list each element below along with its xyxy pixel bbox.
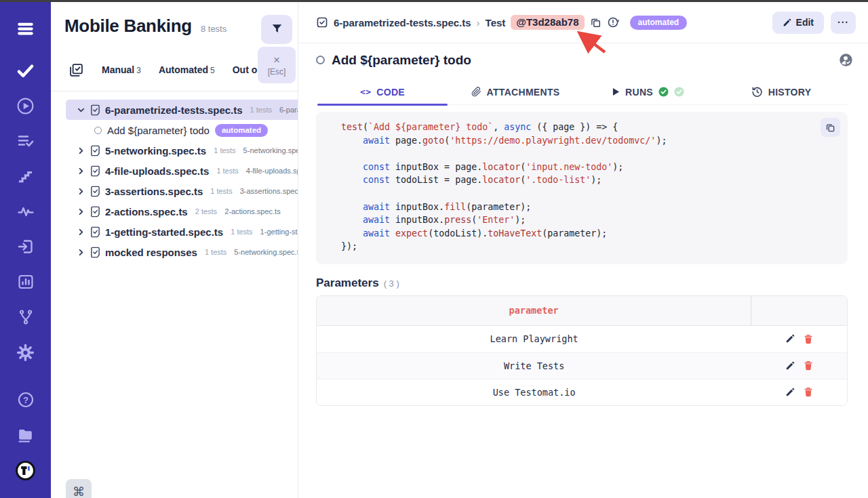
parameter-actions [751, 326, 847, 352]
edit-parameter-button[interactable] [785, 361, 795, 371]
spec-name: 3-assertions.spec.ts [105, 186, 203, 197]
tree-item-spec[interactable]: 4-file-uploads.spec.ts1 tests4-file-uplo… [51, 161, 298, 181]
run-pass-icon [658, 87, 669, 97]
testomat-logo[interactable] [15, 460, 36, 480]
chevron-right-icon[interactable] [77, 146, 85, 155]
run-pass-faded-icon [674, 87, 684, 97]
spec-name: 5-networking.spec.ts [105, 145, 206, 157]
funnel-icon [271, 22, 283, 37]
copy-code-button[interactable] [821, 118, 840, 137]
test-id-wrap: @T3d28ab78 [511, 15, 584, 30]
tab-runs[interactable]: RUNS [582, 79, 715, 104]
spec-file-icon [90, 145, 100, 157]
parameter-row: Write Tests [317, 352, 847, 379]
spec-file-path: 5-networking.spec.ts [243, 146, 298, 154]
filter-tab-automated[interactable]: Automated5 [159, 64, 215, 75]
chevron-right-icon[interactable] [77, 207, 85, 216]
select-all-icon[interactable] [68, 62, 84, 78]
tab-code[interactable]: <>CODE [316, 79, 449, 104]
spec-test-count: 1 tests [214, 146, 235, 154]
filter-button[interactable] [261, 15, 292, 44]
spec-tree: 6-parametrized-tests.spec.ts1 tests6-par… [51, 100, 298, 498]
spec-name: 1-getting-started.spec.ts [105, 226, 223, 238]
test-id-badge[interactable]: @T3d28ab78 [511, 15, 584, 30]
spec-file-path: 4-file-uploads.spec.ts [246, 167, 298, 175]
edit-parameter-button[interactable] [785, 388, 795, 397]
parameter-actions [751, 353, 847, 379]
automated-badge: automated [630, 16, 688, 30]
spec-name: 4-file-uploads.spec.ts [105, 165, 209, 177]
spec-file-icon [90, 165, 100, 177]
chevron-right-icon[interactable] [77, 228, 85, 236]
help-icon[interactable]: ? [15, 390, 36, 410]
parameter-column-header: parameter [509, 305, 559, 316]
tree-item-test[interactable]: Add ${parameter} todoautomated [51, 120, 298, 140]
chevron-right-icon[interactable] [77, 167, 85, 175]
close-icon[interactable]: × [273, 54, 280, 66]
nav-rail: ? [0, 2, 51, 498]
shortcut-button[interactable]: ⌘ [66, 479, 92, 498]
rail-main-icons [15, 18, 36, 377]
spec-file-path: 5-networking.spec.ts [234, 248, 298, 256]
tree-item-spec[interactable]: 1-getting-started.spec.ts1 tests1-gettin… [51, 222, 298, 242]
code-line: const inputBox = page.locator('input.new… [341, 161, 821, 174]
import-icon[interactable] [15, 236, 36, 257]
spec-file-path: 2-actions.spec.ts [224, 207, 281, 215]
steps-icon[interactable] [15, 166, 36, 186]
pulse-icon[interactable] [15, 201, 36, 222]
parameters-title: Parameters [316, 276, 379, 289]
spec-file-path: 3-assertions.spec.ts [240, 187, 298, 195]
delete-parameter-button[interactable] [804, 387, 813, 397]
tree-item-spec[interactable]: 2-actions.spec.ts2 tests2-actions.spec.t… [51, 201, 298, 222]
more-options-button[interactable]: ··· [831, 12, 856, 34]
tab-history[interactable]: HISTORY [715, 79, 848, 104]
analytics-icon[interactable] [15, 272, 36, 292]
test-plan-icon[interactable] [15, 131, 36, 151]
spec-test-count: 1 tests [205, 248, 226, 256]
chevron-down-icon[interactable] [77, 106, 85, 115]
filter-tab-out-o[interactable]: Out o [233, 64, 258, 75]
test-title: Add ${parameter} todo [332, 53, 471, 68]
chevron-right-icon[interactable] [77, 248, 85, 257]
filter-tab-list: Manual3Automated5Out o [102, 64, 257, 75]
spec-name: 2-actions.spec.ts [105, 206, 188, 217]
parameter-value: Learn Playwright [317, 326, 751, 352]
sync-status-icon[interactable] [607, 16, 619, 28]
branch-icon[interactable] [15, 307, 36, 327]
chevron-right-icon[interactable] [77, 187, 85, 196]
code-line: const todoList = page.locator('.todo-lis… [341, 173, 821, 187]
run-play-icon[interactable] [15, 96, 36, 116]
parameter-row: Learn Playwright [317, 326, 847, 352]
code-line: await inputBox.fill(parameter); [341, 201, 821, 214]
tree-item-spec[interactable]: 3-assertions.spec.ts1 tests3-assertions.… [51, 181, 298, 201]
parameter-row: Use Testomat.io [317, 379, 847, 405]
code-line: await inputBox.press('Enter'); [341, 213, 821, 227]
tree-item-spec[interactable]: mocked responses1 tests5-networking.spec… [51, 242, 298, 262]
test-header: 6-parametrized-tests.spec.ts › Test @T3d… [298, 2, 868, 43]
tree-item-spec[interactable]: 6-parametrized-tests.spec.ts1 tests6-par… [66, 100, 298, 120]
detail-tabs: <>CODEATTACHMENTSRUNSHISTORY [316, 79, 848, 105]
parameter-column-header-cell: parameter [317, 296, 751, 325]
spec-file-icon [90, 226, 100, 238]
spec-file-icon [90, 104, 100, 116]
projects-folder-icon[interactable] [15, 425, 36, 445]
edit-button[interactable]: Edit [772, 12, 824, 34]
tab-attachments[interactable]: ATTACHMENTS [449, 79, 582, 104]
tests-check-icon[interactable] [15, 60, 36, 81]
filter-tab-manual[interactable]: Manual3 [102, 64, 141, 75]
filter-tooltip: × [Esc] [258, 47, 296, 83]
pencil-icon [783, 18, 791, 27]
assignee-avatar-icon[interactable] [839, 53, 853, 67]
edit-parameter-button[interactable] [785, 334, 795, 344]
settings-gear-icon[interactable] [15, 342, 36, 362]
history-icon [751, 86, 763, 98]
tree-item-spec[interactable]: 5-networking.spec.ts1 tests5-networking.… [51, 140, 298, 161]
menu-icon[interactable] [15, 18, 36, 39]
breadcrumb-file[interactable]: 6-parametrized-tests.spec.ts [334, 17, 471, 28]
delete-parameter-button[interactable] [804, 360, 813, 371]
breadcrumb-test-label: Test [486, 17, 506, 28]
copy-test-id-button[interactable] [590, 17, 601, 28]
delete-parameter-button[interactable] [804, 334, 813, 344]
spec-file-icon [90, 186, 100, 197]
svg-text:?: ? [23, 395, 28, 405]
